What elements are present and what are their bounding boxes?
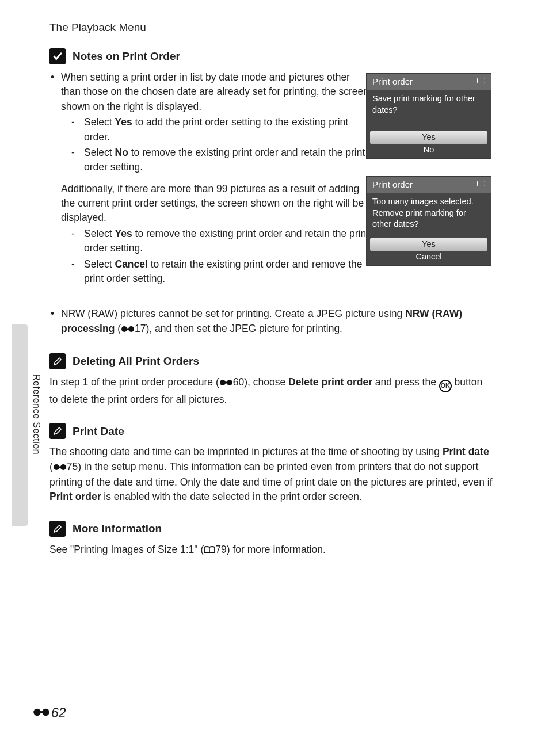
body-text: See "Printing Images of Size 1:1" (79) f…: [49, 543, 493, 558]
ok-button-icon: OK: [439, 380, 452, 392]
section-moreinfo-head: More Information: [49, 521, 493, 537]
page-header: The Playback Menu: [49, 20, 146, 36]
body-text: In step 1 of the print order procedure (…: [49, 375, 493, 407]
dialog-title: Print order: [367, 74, 491, 90]
svg-rect-8: [56, 466, 63, 468]
pencil-icon: [49, 423, 66, 439]
reference-icon: [121, 323, 135, 337]
section-printdate-head: Print Date: [49, 423, 493, 439]
camera-dialog-2: Print order Too many images selected. Re…: [366, 176, 491, 266]
reference-icon: [33, 704, 50, 723]
body-text: The shooting date and time can be imprin…: [49, 445, 493, 505]
section-deleting-head: Deleting All Print Orders: [49, 353, 493, 369]
dialog-option-yes[interactable]: Yes: [370, 238, 487, 251]
svg-rect-5: [223, 382, 230, 384]
printer-icon: [477, 181, 485, 186]
dialog-option-no[interactable]: No: [367, 144, 491, 156]
body-text: Additionally, if there are more than 99 …: [61, 182, 372, 226]
dialog-title: Print order: [367, 177, 491, 193]
page-number: 62: [51, 704, 66, 723]
svg-rect-2: [124, 328, 131, 330]
dialog-option-cancel[interactable]: Cancel: [367, 251, 491, 264]
dialog-message: Too many images selected. Remove print m…: [367, 193, 491, 238]
checkmark-icon: [49, 48, 66, 64]
pencil-icon: [49, 521, 66, 537]
body-text: NRW (RAW) pictures cannot be set for pri…: [61, 307, 493, 337]
dialog-message: Save print marking for other dates?: [367, 90, 491, 131]
book-icon: [204, 544, 215, 558]
side-tab: [12, 324, 28, 526]
svg-rect-12: [37, 711, 46, 713]
body-text: When setting a print order in list by da…: [61, 70, 372, 114]
pencil-icon: [49, 353, 66, 369]
reference-icon: [53, 461, 67, 475]
body-text: Select Yes to remove the existing print …: [84, 227, 372, 256]
side-section-label: Reference Section: [30, 374, 43, 455]
section-title: Deleting All Print Orders: [73, 353, 199, 369]
body-text: Select No to remove the existing print o…: [84, 146, 372, 175]
reference-icon: [219, 376, 233, 391]
section-title: Print Date: [73, 423, 124, 440]
section-title: Notes on Print Order: [73, 48, 180, 64]
camera-dialog-1: Print order Save print marking for other…: [366, 73, 491, 159]
dialog-option-yes[interactable]: Yes: [370, 131, 487, 144]
page-footer: 62: [33, 704, 66, 723]
body-text: Select Cancel to retain the existing pri…: [84, 257, 372, 287]
body-text: Select Yes to add the print order settin…: [84, 115, 372, 144]
printer-icon: [477, 78, 485, 83]
section-title: More Information: [73, 521, 162, 537]
section-notes-head: Notes on Print Order: [49, 48, 493, 64]
